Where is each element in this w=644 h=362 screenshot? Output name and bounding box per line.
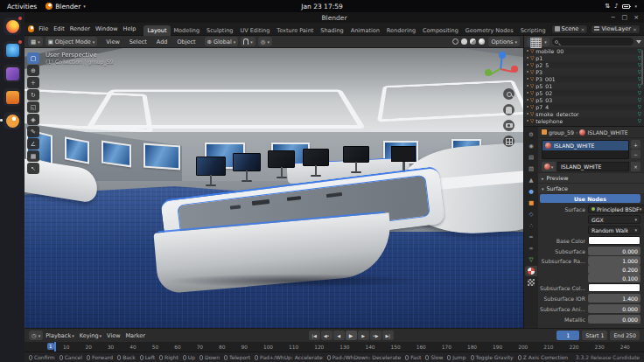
viewport-menu-add[interactable]: Add [154, 38, 171, 45]
properties-tab-particles[interactable]: ∴ [525, 220, 537, 231]
material-name-field[interactable]: ISLAND_WHITE [557, 162, 629, 171]
jump-end-button[interactable]: ▶| [382, 331, 394, 340]
breadcrumb-object[interactable]: group_59 [549, 129, 574, 136]
gizmo-y-axis[interactable] [485, 69, 492, 76]
dock-item-thunderbird[interactable] [4, 41, 21, 59]
distribution-dropdown[interactable]: GGX▾ [588, 215, 640, 224]
dock-item-app-store[interactable] [4, 88, 21, 106]
outliner-item[interactable]: ▽p5_03▽ [524, 96, 644, 103]
timeline-menu-marker[interactable]: Marker [126, 332, 145, 339]
tool-add-cube[interactable]: ▦ [27, 150, 39, 162]
add-slot-button[interactable]: + [631, 140, 640, 149]
close-icon[interactable]: × [633, 26, 637, 32]
timeline-ruler[interactable]: 1 10203040506070809010011012013014015016… [24, 342, 644, 352]
current-frame-field[interactable]: 1 [556, 331, 579, 340]
properties-tab-scene[interactable]: ▲ [525, 175, 537, 185]
outliner-search-input[interactable] [552, 38, 634, 45]
use-nodes-button[interactable]: Use Nodes [540, 194, 640, 203]
unlink-material-button[interactable]: × [631, 162, 640, 171]
tool-tweak[interactable]: ↖ [27, 163, 39, 174]
subsurface-color-swatch[interactable] [588, 283, 640, 292]
viewport-menu-select[interactable]: Select [127, 38, 150, 45]
subsurface-ior-field[interactable]: 1.400 [588, 294, 640, 303]
material-slot-selected[interactable]: ISLAND_WHITE [542, 141, 628, 150]
activities-button[interactable]: Activities [7, 3, 37, 10]
grid-icon[interactable] [503, 136, 514, 147]
tool-scale[interactable]: ◱ [27, 101, 39, 113]
workspace-tab-shading[interactable]: Shading [317, 25, 346, 36]
transform-orientation-dropdown[interactable]: ⊕ Global▾ [205, 37, 239, 46]
workspace-tab-rendering[interactable]: Rendering [383, 25, 419, 36]
timeline-editor-button[interactable]: ◷▾ [29, 331, 43, 340]
timeline-menu-keying[interactable]: Keying▾ [80, 332, 102, 339]
dock-item-media-player[interactable] [4, 65, 21, 82]
view-layer-selector[interactable]: ViewLayer × [591, 24, 640, 34]
properties-tab-object-data[interactable]: ▽ [525, 254, 537, 265]
tool-select-box[interactable]: ▢ [27, 52, 39, 64]
outliner-item[interactable]: ▽p5_01▽ [524, 82, 644, 89]
prev-frame-button[interactable]: ◀ [333, 331, 345, 340]
subsurface-radius-x[interactable]: 1.000 [588, 256, 640, 265]
snap-toggle[interactable]: ▾ [241, 37, 256, 46]
tool-annotate[interactable]: ✎ [27, 126, 39, 137]
menu-help[interactable]: Help [121, 25, 139, 32]
properties-tab-tool[interactable]: ⚙ [525, 129, 537, 140]
outliner-editor-button[interactable]: ▦▾ [527, 38, 550, 46]
frame-start-field[interactable]: Start1 [582, 331, 607, 340]
subsurface-radius-y[interactable]: 0.200 [588, 265, 640, 274]
dock-item-blender[interactable] [4, 112, 21, 129]
menu-window[interactable]: Window [93, 25, 121, 32]
browse-material-button[interactable]: ▾ [542, 162, 556, 171]
subsurface-aniso-field[interactable]: 0.000 [588, 304, 640, 313]
properties-tab-output[interactable]: ▤ [525, 152, 537, 163]
clock[interactable]: Jan 23 17:59 [301, 3, 343, 10]
surface-shader-dropdown[interactable]: Principled BSDF▾ [588, 205, 644, 213]
outliner-item[interactable]: ▽p2_5▽ [524, 61, 644, 68]
outliner-item[interactable]: ▽P3_001▽ [524, 75, 644, 82]
playhead[interactable] [54, 342, 56, 352]
shading-mode-switch[interactable] [452, 38, 485, 45]
viewport-menu-view[interactable]: View [103, 38, 122, 45]
menu-file[interactable]: File [36, 25, 51, 32]
properties-tab-object[interactable]: ■ [525, 198, 537, 208]
solid-shading-icon[interactable] [461, 38, 467, 45]
maximize-button[interactable]: □ [622, 14, 628, 21]
menu-edit[interactable]: Edit [51, 25, 67, 32]
jump-start-button[interactable]: |◀ [309, 331, 320, 340]
subsurface-radius-z[interactable]: 0.100 [588, 274, 640, 282]
frame-end-field[interactable]: End250 [610, 331, 640, 340]
gizmo-z-axis[interactable] [499, 52, 506, 59]
properties-tab-modifiers[interactable]: ◇ [525, 209, 537, 219]
viewport-menu-object[interactable]: Object [174, 38, 198, 45]
tool-cursor[interactable]: ⊕ [27, 65, 39, 76]
outliner-item[interactable]: ▽p1▽ [524, 54, 644, 61]
metallic-field[interactable]: 0.000 [588, 315, 640, 324]
system-tray[interactable]: ⇅ ♪ ▾ [605, 3, 637, 10]
blender-logo-icon[interactable] [28, 25, 34, 32]
properties-tab-world[interactable]: ● [525, 186, 537, 197]
tool-transform[interactable]: ◈ [27, 114, 39, 125]
scene-selector[interactable]: Scene × [551, 24, 589, 34]
play-button[interactable]: ▶ [346, 331, 357, 340]
close-icon[interactable]: × [580, 26, 584, 32]
workspace-tab-compositing[interactable]: Compositing [419, 25, 462, 36]
options-dropdown[interactable]: Options▾ [488, 37, 520, 46]
preview-panel-header[interactable]: ▸ Preview [538, 172, 644, 183]
remove-slot-button[interactable]: − [631, 150, 640, 158]
properties-tab-constraints[interactable]: ∞ [525, 243, 537, 254]
workspace-tab-modeling[interactable]: Modeling [171, 25, 204, 36]
workspace-tab-animation[interactable]: Animation [347, 25, 383, 36]
proportional-editing-toggle[interactable]: ◎▾ [258, 37, 272, 46]
zoom-icon[interactable] [503, 88, 514, 100]
minimize-button[interactable]: − [611, 14, 616, 21]
menu-render[interactable]: Render [67, 25, 93, 32]
app-menu[interactable]: Blender ▾ [46, 3, 86, 10]
properties-tab-render[interactable]: ◉ [525, 141, 537, 151]
filter-icon[interactable] [636, 40, 641, 44]
viewport-canvas[interactable]: User Perspective (1) Collection | group_… [24, 48, 523, 328]
subsurface-field[interactable]: 0.000 [588, 247, 640, 255]
wireframe-shading-icon[interactable] [452, 38, 458, 45]
outliner-item[interactable]: ▽p7_4▽ [524, 103, 644, 110]
properties-tab-texture[interactable] [525, 277, 537, 288]
navigation-gizmo[interactable] [486, 53, 516, 83]
